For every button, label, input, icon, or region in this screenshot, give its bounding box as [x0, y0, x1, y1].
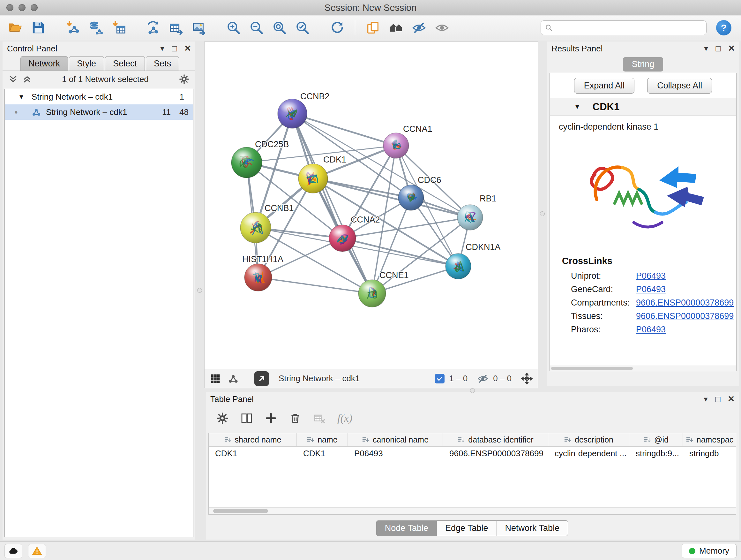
add-column-icon[interactable]	[265, 412, 277, 425]
function-builder-button[interactable]: f(x)	[337, 412, 352, 424]
export-view-button[interactable]	[254, 371, 269, 386]
float-panel-icon[interactable]: □	[716, 44, 721, 53]
zoom-fit-button[interactable]	[269, 18, 290, 38]
scrollbar-thumb[interactable]	[213, 509, 268, 513]
network-options-gear-icon[interactable]	[179, 74, 190, 84]
crosslink-value-link[interactable]: P06493	[636, 271, 666, 281]
import-network-database-button[interactable]	[85, 18, 106, 38]
network-edge[interactable]	[292, 114, 396, 145]
tab-sets[interactable]: Sets	[146, 56, 179, 71]
network-edge[interactable]	[258, 277, 372, 294]
pan-crosshair-icon[interactable]	[521, 373, 533, 384]
network-node-CCNA1[interactable]: CCNA1	[383, 124, 432, 159]
hide-graphics-details-button[interactable]	[409, 18, 429, 38]
crosslink-value-link[interactable]: P06493	[636, 285, 666, 294]
column-header--id[interactable]: @id	[629, 433, 683, 446]
tab-node-table[interactable]: Node Table	[376, 520, 437, 536]
zoom-out-button[interactable]	[246, 18, 267, 38]
save-session-button[interactable]	[28, 18, 49, 38]
results-hscrollbar[interactable]	[550, 366, 736, 371]
network-row-selected[interactable]: ● String Network – cdk1 11 48	[5, 105, 193, 120]
birdseye-grid-icon[interactable]	[210, 373, 221, 384]
float-panel-icon[interactable]: □	[715, 395, 720, 403]
network-node-CCNE1[interactable]: CCNE1	[358, 270, 409, 307]
network-collection-row[interactable]: ▼ String Network – cdk1 1	[5, 89, 193, 105]
panel-menu-icon[interactable]: ▾	[704, 45, 708, 52]
copy-document-button[interactable]	[363, 18, 383, 38]
warnings-button[interactable]	[28, 544, 46, 558]
panel-menu-icon[interactable]: ▾	[704, 395, 708, 403]
refresh-icon	[330, 20, 344, 35]
network-node-CDKN1A[interactable]: CDKN1A	[446, 242, 501, 279]
tab-select[interactable]: Select	[105, 56, 145, 71]
tab-network-table[interactable]: Network Table	[496, 520, 568, 536]
collapse-all-button[interactable]: Collapse All	[647, 78, 712, 94]
protein-section-header[interactable]: ▼ CDK1	[550, 98, 736, 116]
tab-style[interactable]: Style	[69, 56, 104, 71]
network-node-RB1[interactable]: RB1	[457, 194, 496, 230]
clone-network-button[interactable]	[143, 18, 163, 38]
home-views-button[interactable]	[386, 18, 406, 38]
table-row[interactable]: CDK1CDK1P064939606.ENSP00000378699cyclin…	[209, 447, 736, 460]
cloud-button[interactable]	[4, 544, 22, 558]
zoom-out-icon	[249, 20, 264, 35]
zoom-in-button[interactable]	[223, 18, 244, 38]
hidden-eye-slash-icon[interactable]	[477, 373, 488, 384]
close-panel-icon[interactable]: ×	[728, 43, 735, 53]
network-node-HIST1H1A[interactable]: HIST1H1A	[242, 254, 283, 291]
column-header-canonical-name[interactable]: canonical name	[348, 433, 443, 446]
zoom-selected-button[interactable]	[292, 18, 313, 38]
refresh-button[interactable]	[327, 18, 347, 38]
column-header-namespac[interactable]: namespac	[683, 433, 736, 446]
float-panel-icon[interactable]: □	[172, 44, 177, 53]
node-table[interactable]: shared namenamecanonical namedatabase id…	[208, 433, 736, 515]
selected-checkbox[interactable]	[435, 374, 445, 383]
horizontal-splitter-handle[interactable]	[470, 388, 475, 393]
expand-all-icon[interactable]	[22, 74, 32, 84]
network-node-CCNB1[interactable]: CCNB1	[240, 203, 294, 243]
crosslink-value-link[interactable]: 9606.ENSP00000378699	[636, 298, 734, 308]
tab-network[interactable]: Network	[20, 56, 68, 71]
open-session-button[interactable]	[5, 18, 25, 38]
network-canvas[interactable]: CCNB2CCNA1CDC25BCDK1CDC6RB1CCNB1CCNA2CDK…	[204, 42, 538, 388]
delete-column-icon[interactable]	[289, 412, 301, 425]
help-button[interactable]: ?	[716, 20, 731, 36]
export-image-button[interactable]	[189, 18, 209, 38]
import-table-button[interactable]	[109, 18, 129, 38]
tab-string[interactable]: String	[623, 57, 664, 71]
tree-expander-icon[interactable]: ▼	[18, 93, 24, 101]
node-label: CDC6	[418, 175, 441, 185]
crosslink-value-link[interactable]: P06493	[636, 325, 666, 334]
panel-menu-icon[interactable]: ▾	[160, 45, 164, 52]
vertical-splitter-handle[interactable]	[197, 288, 202, 293]
close-panel-icon[interactable]: ×	[728, 393, 734, 404]
column-header-description[interactable]: description	[548, 433, 629, 446]
column-header-name[interactable]: name	[297, 433, 348, 446]
table-settings-gear-icon[interactable]	[216, 412, 229, 425]
search-input[interactable]	[556, 23, 702, 33]
show-graphics-details-button[interactable]	[432, 18, 452, 38]
expand-all-button[interactable]: Expand All	[574, 78, 635, 94]
column-header-database-identifier[interactable]: database identifier	[443, 433, 548, 446]
memory-button[interactable]: Memory	[682, 544, 737, 558]
column-header-shared-name[interactable]: shared name	[209, 433, 297, 446]
collapse-all-icon[interactable]	[8, 74, 18, 84]
network-node-CDK1[interactable]: CDK1	[298, 155, 346, 193]
export-table-button[interactable]	[166, 18, 186, 38]
import-network-file-button[interactable]	[63, 18, 83, 38]
table-hscrollbar[interactable]	[209, 507, 736, 514]
tab-edge-table[interactable]: Edge Table	[436, 520, 497, 536]
show-columns-icon[interactable]	[240, 412, 253, 425]
scrollbar-thumb[interactable]	[551, 367, 633, 370]
results-tab-row: String	[547, 56, 739, 73]
network-overview-icon[interactable]	[227, 373, 239, 384]
close-panel-icon[interactable]: ×	[185, 43, 191, 53]
zoom-window-button[interactable]	[30, 4, 38, 11]
network-edge[interactable]	[342, 238, 458, 266]
vertical-splitter-handle[interactable]	[540, 211, 545, 216]
crosslink-value-link[interactable]: 9606.ENSP00000378699	[636, 311, 734, 321]
close-window-button[interactable]	[6, 4, 13, 11]
section-expander-icon[interactable]: ▼	[574, 103, 581, 111]
minimize-window-button[interactable]	[18, 4, 25, 11]
network-edge[interactable]	[292, 114, 372, 294]
